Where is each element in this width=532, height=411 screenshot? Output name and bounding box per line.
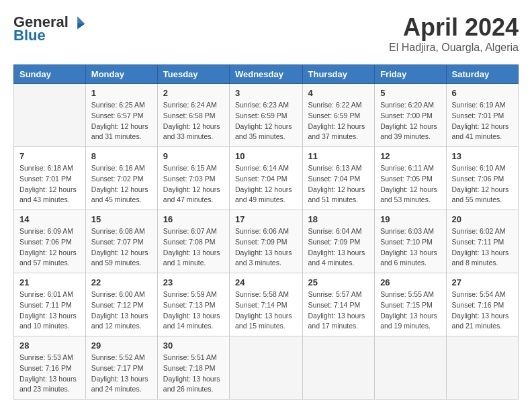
calendar-cell: 18Sunrise: 6:04 AMSunset: 7:09 PMDayligh… — [302, 210, 375, 273]
calendar-cell: 23Sunrise: 5:59 AMSunset: 7:13 PMDayligh… — [157, 273, 229, 336]
day-number: 30 — [163, 340, 224, 351]
day-number: 9 — [163, 151, 224, 161]
calendar-cell: 5Sunrise: 6:20 AMSunset: 7:00 PMDaylight… — [375, 84, 446, 147]
day-info: Sunrise: 6:18 AMSunset: 7:01 PMDaylight:… — [19, 163, 80, 205]
day-number: 18 — [308, 214, 369, 224]
day-number: 1 — [91, 88, 152, 98]
calendar-cell: 6Sunrise: 6:19 AMSunset: 7:01 PMDaylight… — [446, 84, 518, 147]
calendar-cell — [14, 84, 86, 147]
subtitle: El Hadjira, Ouargla, Algeria — [389, 42, 519, 54]
calendar-cell: 12Sunrise: 6:11 AMSunset: 7:05 PMDayligh… — [375, 147, 446, 210]
day-info: Sunrise: 5:59 AMSunset: 7:13 PMDaylight:… — [163, 289, 224, 332]
calendar-cell — [375, 336, 446, 400]
day-number: 29 — [91, 340, 152, 351]
calendar-cell: 25Sunrise: 5:57 AMSunset: 7:14 PMDayligh… — [302, 273, 375, 336]
day-info: Sunrise: 6:04 AMSunset: 7:09 PMDaylight:… — [308, 226, 369, 269]
day-info: Sunrise: 5:54 AMSunset: 7:16 PMDaylight:… — [452, 289, 513, 332]
svg-marker-0 — [77, 16, 85, 24]
day-of-week-header: Wednesday — [229, 65, 302, 84]
day-info: Sunrise: 6:06 AMSunset: 7:09 PMDaylight:… — [235, 226, 297, 269]
calendar-cell: 11Sunrise: 6:13 AMSunset: 7:04 PMDayligh… — [302, 147, 375, 210]
calendar-cell: 29Sunrise: 5:52 AMSunset: 7:17 PMDayligh… — [85, 336, 157, 400]
day-number: 3 — [235, 88, 297, 98]
calendar-cell: 15Sunrise: 6:08 AMSunset: 7:07 PMDayligh… — [85, 210, 157, 273]
day-number: 4 — [308, 88, 369, 98]
day-info: Sunrise: 6:22 AMSunset: 6:59 PMDaylight:… — [308, 100, 369, 142]
day-of-week-header: Sunday — [14, 65, 86, 84]
day-info: Sunrise: 5:58 AMSunset: 7:14 PMDaylight:… — [235, 289, 297, 332]
calendar-cell: 8Sunrise: 6:16 AMSunset: 7:02 PMDaylight… — [85, 147, 157, 210]
day-info: Sunrise: 6:19 AMSunset: 7:01 PMDaylight:… — [452, 100, 513, 142]
calendar-cell: 30Sunrise: 5:51 AMSunset: 7:18 PMDayligh… — [157, 336, 229, 400]
day-number: 21 — [19, 277, 80, 287]
day-number: 16 — [163, 214, 224, 224]
day-info: Sunrise: 6:01 AMSunset: 7:11 PMDaylight:… — [19, 289, 80, 332]
calendar-cell: 22Sunrise: 6:00 AMSunset: 7:12 PMDayligh… — [85, 273, 157, 336]
day-info: Sunrise: 5:57 AMSunset: 7:14 PMDaylight:… — [308, 289, 369, 332]
day-number: 6 — [452, 88, 513, 98]
day-info: Sunrise: 6:03 AMSunset: 7:10 PMDaylight:… — [380, 226, 440, 269]
calendar-cell: 13Sunrise: 6:10 AMSunset: 7:06 PMDayligh… — [446, 147, 518, 210]
calendar-week-row: 14Sunrise: 6:09 AMSunset: 7:06 PMDayligh… — [14, 210, 519, 273]
page-header: General Blue April 2024 El Hadjira, Ouar… — [13, 13, 519, 54]
logo-icon — [70, 14, 86, 30]
calendar-cell: 10Sunrise: 6:14 AMSunset: 7:04 PMDayligh… — [229, 147, 302, 210]
calendar-cell: 28Sunrise: 5:53 AMSunset: 7:16 PMDayligh… — [14, 336, 86, 400]
day-info: Sunrise: 6:10 AMSunset: 7:06 PMDaylight:… — [452, 163, 513, 205]
day-number: 12 — [380, 151, 440, 161]
day-number: 26 — [380, 277, 440, 287]
day-number: 28 — [19, 340, 80, 351]
day-number: 15 — [91, 214, 152, 224]
calendar-cell — [229, 336, 302, 400]
calendar-cell — [302, 336, 375, 400]
day-number: 22 — [91, 277, 152, 287]
calendar-cell: 2Sunrise: 6:24 AMSunset: 6:58 PMDaylight… — [157, 84, 229, 147]
calendar-cell: 17Sunrise: 6:06 AMSunset: 7:09 PMDayligh… — [229, 210, 302, 273]
logo-blue-text: Blue — [13, 27, 46, 44]
title-area: April 2024 El Hadjira, Ouargla, Algeria — [389, 13, 519, 54]
day-info: Sunrise: 6:07 AMSunset: 7:08 PMDaylight:… — [163, 226, 224, 269]
calendar-cell — [446, 336, 518, 400]
day-info: Sunrise: 5:52 AMSunset: 7:17 PMDaylight:… — [91, 353, 152, 395]
day-of-week-header: Tuesday — [157, 65, 229, 84]
day-info: Sunrise: 6:24 AMSunset: 6:58 PMDaylight:… — [163, 100, 224, 142]
day-number: 13 — [452, 151, 513, 161]
calendar-cell: 7Sunrise: 6:18 AMSunset: 7:01 PMDaylight… — [14, 147, 86, 210]
day-number: 2 — [163, 88, 224, 98]
day-number: 20 — [452, 214, 513, 224]
day-info: Sunrise: 5:51 AMSunset: 7:18 PMDaylight:… — [163, 353, 224, 395]
day-number: 7 — [19, 151, 80, 161]
day-number: 23 — [163, 277, 224, 287]
day-of-week-header: Saturday — [446, 65, 518, 84]
main-title: April 2024 — [389, 13, 519, 42]
day-info: Sunrise: 6:09 AMSunset: 7:06 PMDaylight:… — [19, 226, 80, 269]
logo: General Blue — [13, 13, 86, 44]
calendar-cell: 20Sunrise: 6:02 AMSunset: 7:11 PMDayligh… — [446, 210, 518, 273]
day-info: Sunrise: 6:11 AMSunset: 7:05 PMDaylight:… — [380, 163, 440, 205]
day-number: 14 — [19, 214, 80, 224]
svg-marker-1 — [77, 23, 85, 30]
day-info: Sunrise: 6:15 AMSunset: 7:03 PMDaylight:… — [163, 163, 224, 205]
calendar-cell: 19Sunrise: 6:03 AMSunset: 7:10 PMDayligh… — [375, 210, 446, 273]
calendar-cell: 1Sunrise: 6:25 AMSunset: 6:57 PMDaylight… — [85, 84, 157, 147]
calendar-header-row: SundayMondayTuesdayWednesdayThursdayFrid… — [14, 65, 519, 84]
calendar-week-row: 21Sunrise: 6:01 AMSunset: 7:11 PMDayligh… — [14, 273, 519, 336]
calendar-cell: 14Sunrise: 6:09 AMSunset: 7:06 PMDayligh… — [14, 210, 86, 273]
day-info: Sunrise: 6:13 AMSunset: 7:04 PMDaylight:… — [308, 163, 369, 205]
day-number: 11 — [308, 151, 369, 161]
day-info: Sunrise: 6:00 AMSunset: 7:12 PMDaylight:… — [91, 289, 152, 332]
calendar-cell: 3Sunrise: 6:23 AMSunset: 6:59 PMDaylight… — [229, 84, 302, 147]
day-number: 8 — [91, 151, 152, 161]
calendar-cell: 4Sunrise: 6:22 AMSunset: 6:59 PMDaylight… — [302, 84, 375, 147]
calendar-cell: 27Sunrise: 5:54 AMSunset: 7:16 PMDayligh… — [446, 273, 518, 336]
calendar-cell: 26Sunrise: 5:55 AMSunset: 7:15 PMDayligh… — [375, 273, 446, 336]
calendar-week-row: 28Sunrise: 5:53 AMSunset: 7:16 PMDayligh… — [14, 336, 519, 400]
day-number: 5 — [380, 88, 440, 98]
day-of-week-header: Thursday — [302, 65, 375, 84]
day-info: Sunrise: 6:16 AMSunset: 7:02 PMDaylight:… — [91, 163, 152, 205]
day-of-week-header: Friday — [375, 65, 446, 84]
day-info: Sunrise: 6:20 AMSunset: 7:00 PMDaylight:… — [380, 100, 440, 142]
calendar-cell: 9Sunrise: 6:15 AMSunset: 7:03 PMDaylight… — [157, 147, 229, 210]
day-info: Sunrise: 6:02 AMSunset: 7:11 PMDaylight:… — [452, 226, 513, 269]
calendar-cell: 24Sunrise: 5:58 AMSunset: 7:14 PMDayligh… — [229, 273, 302, 336]
